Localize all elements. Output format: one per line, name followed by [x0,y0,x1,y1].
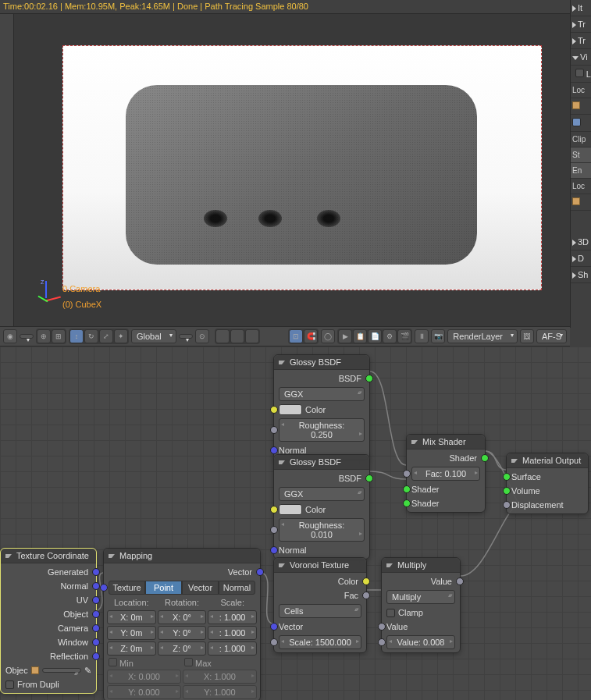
socket-bsdf-out[interactable] [365,474,373,482]
panel-item[interactable]: Sh [571,267,591,283]
slot-icon[interactable]: 📷 [431,329,445,343]
from-dupli-check[interactable] [5,680,14,689]
scale-x[interactable]: : 1.000 [208,610,257,624]
panel-check[interactable] [571,115,591,132]
pivot-select[interactable] [179,334,193,339]
proportional-icon[interactable]: ◯ [321,329,335,343]
clamp-check[interactable] [386,609,395,617]
rot-x[interactable]: X: 0° [158,610,207,624]
socket-volume-in[interactable] [503,487,511,495]
min-x[interactable]: X: 0.000 [107,670,181,684]
editor-type-icon[interactable]: ◉ [3,329,17,343]
rot-z[interactable]: Z: 0° [158,641,207,656]
socket-value1-in[interactable] [378,623,386,631]
max-y[interactable]: Y: 1.000 [183,685,257,699]
loc-x[interactable]: X: 0m [107,610,156,624]
roughness-field[interactable]: Roughness: 0.010 [279,518,365,542]
settings-icon[interactable]: ⚙ [383,329,397,343]
panel-item[interactable]: Tr [571,33,591,49]
socket-color-in[interactable] [270,406,278,414]
bounding-icon[interactable]: ⊞ [52,329,66,343]
node-glossy-bsdf-2[interactable]: Glossy BSDF BSDF GGX Color Roughness: 0.… [273,454,370,560]
transform-icon[interactable]: ✦ [114,329,128,343]
socket-value-out[interactable] [456,577,464,585]
node-header[interactable]: Material Output [507,453,588,468]
loc-z[interactable]: Z: 0m [107,641,156,656]
tab-vector[interactable]: Vector [182,581,219,595]
color-swatch[interactable] [279,404,302,415]
socket-roughness-in[interactable] [270,526,278,534]
node-header[interactable]: Multiply [382,558,460,573]
node-texture-coordinate[interactable]: Texture Coordinate Generated Normal UV O… [0,548,97,694]
socket-shader-in[interactable] [403,499,411,507]
panel-item[interactable]: It [571,0,591,16]
node-editor[interactable]: Glossy BSDF BSDF GGX Color Roughness: 0.… [0,346,591,700]
fac-field[interactable]: Fac: 0.100 [411,467,480,481]
panel-item[interactable]: Vi [571,49,591,66]
panel-sta[interactable]: St [571,147,591,163]
tab-texture[interactable]: Texture [109,581,145,595]
panel-item[interactable]: Tr [571,16,591,33]
scale-z[interactable]: : 1.000 [208,641,257,656]
operation-select[interactable]: Multiply [386,590,455,604]
socket-vector-in[interactable] [100,584,108,592]
min-y[interactable]: Y: 0.000 [107,685,181,699]
panel-cube-icon[interactable] [571,194,591,211]
node-header[interactable]: Mix Shader [407,435,485,449]
loc-y[interactable]: Y: 0m [107,626,156,640]
socket-fac-in[interactable] [403,470,411,478]
rotate-icon[interactable]: ↻ [84,329,98,343]
tab-normal[interactable]: Normal [219,581,255,595]
camera-mode[interactable]: AF-S [536,329,567,343]
object-picker[interactable] [42,668,81,673]
coloring-select[interactable]: Cells [279,604,361,618]
node-header[interactable]: Voronoi Texture [274,558,366,573]
tab-point[interactable]: Point [145,581,182,595]
socket-vector-in[interactable] [270,623,278,631]
node-header[interactable]: Glossy BSDF [274,455,369,470]
socket-shader-out[interactable] [481,454,489,462]
distribution-select[interactable]: GGX [279,387,365,401]
copy-icon[interactable]: 📋 [353,329,367,343]
socket-displacement-in[interactable] [503,501,511,509]
node-mapping[interactable]: Mapping Vector Texture Point Vector Norm… [103,548,261,700]
socket-normal-out[interactable] [92,582,100,590]
socket-scale-in[interactable] [270,638,278,646]
max-check[interactable] [184,658,193,666]
socket-color-out[interactable] [362,577,370,585]
max-x[interactable]: X: 1.000 [183,670,257,684]
pause-icon[interactable]: ⏸ [415,329,429,343]
scale-y[interactable]: : 1.000 [208,626,257,640]
node-math-multiply[interactable]: Multiply Value Multiply Clamp Value Valu… [381,557,461,653]
cursor-icon[interactable]: ⊕ [37,329,51,343]
panel-item[interactable]: D [571,251,591,267]
socket-reflection-out[interactable] [92,652,100,660]
socket-generated-out[interactable] [92,568,100,576]
panel-en[interactable]: En [571,163,591,179]
paste-icon[interactable]: 📄 [368,329,382,343]
scale-icon[interactable]: ⤢ [99,329,113,343]
socket-bsdf-out[interactable] [365,375,373,382]
socket-camera-out[interactable] [92,624,100,632]
snap-icon[interactable]: ⊡ [289,329,303,343]
rot-y[interactable]: Y: 0° [158,626,207,640]
value2-field[interactable]: Value: 0.008 [386,635,455,649]
socket-uv-out[interactable] [92,596,100,604]
distribution-select[interactable]: GGX [279,487,365,501]
node-material-output[interactable]: Material Output Surface Volume Displacem… [506,453,589,514]
socket-fac-out[interactable] [362,592,370,599]
render-layer-select[interactable]: RenderLayer [447,329,518,343]
socket-object-out[interactable] [92,610,100,618]
object-icon[interactable] [31,666,39,674]
layer-button[interactable] [230,329,244,343]
socket-window-out[interactable] [92,638,100,646]
mode-select[interactable] [20,334,34,339]
min-check[interactable] [109,658,117,666]
scale-field[interactable]: Scale: 1500.000 [279,635,361,649]
camera-icon[interactable]: 🎬 [397,329,411,343]
panel-item[interactable]: 3D [571,234,591,251]
eyedropper-icon[interactable]: ✎ [84,666,91,676]
node-voronoi-texture[interactable]: Voronoi Texture Color Fac Cells Vector S… [273,557,367,653]
magnet-icon[interactable]: 🧲 [304,329,318,343]
orientation-select[interactable]: Global [131,329,176,343]
